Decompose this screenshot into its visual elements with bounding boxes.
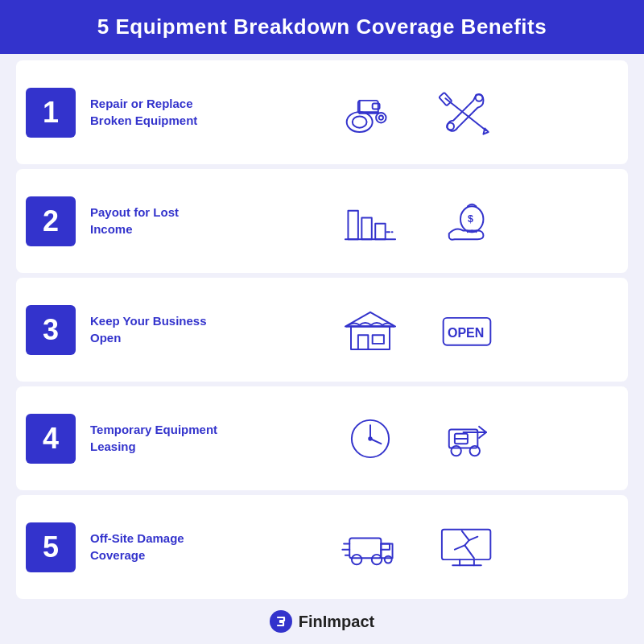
svg-point-41 <box>352 554 361 564</box>
brand-name: FinImpact <box>299 613 374 631</box>
benefit-text-1: Repair or Replace Broken Equipment <box>90 96 219 129</box>
header-title: 5 Equipment Breakdown Coverage Benefits <box>97 14 547 39</box>
svg-text:$: $ <box>468 213 473 224</box>
store-icon <box>334 299 407 360</box>
benefit-text-3: Keep Your Business Open <box>90 313 219 346</box>
number-2: 2 <box>26 196 76 246</box>
clock-icon <box>334 408 407 469</box>
number-3: 3 <box>26 305 76 355</box>
svg-line-51 <box>469 536 478 539</box>
svg-marker-12 <box>483 128 488 134</box>
benefit-row-4: 4 Temporary Equipment Leasing <box>16 386 628 490</box>
svg-line-52 <box>455 545 464 549</box>
open-sign-icon: OPEN <box>431 299 503 360</box>
svg-point-6 <box>376 113 386 122</box>
svg-point-42 <box>372 554 382 564</box>
icons-area-1 <box>219 82 618 142</box>
main-container: 5 Equipment Breakdown Coverage Benefits … <box>0 0 644 644</box>
wrench-screwdriver-icon <box>431 82 503 142</box>
leased-equipment-icon <box>431 408 503 469</box>
road-roller-icon <box>334 82 407 142</box>
svg-rect-24 <box>358 335 368 349</box>
benefit-text-4: Temporary Equipment Leasing <box>90 422 219 455</box>
benefits-list: 1 Repair or Replace Broken Equipment <box>0 54 644 602</box>
svg-rect-14 <box>348 210 357 239</box>
brand-logo <box>270 610 292 633</box>
svg-line-10 <box>445 98 486 130</box>
svg-rect-15 <box>361 217 371 239</box>
benefit-row-3: 3 Keep Your Business Open <box>16 278 628 382</box>
icons-area-2: $ <box>219 191 618 251</box>
svg-line-33 <box>370 439 381 444</box>
benefit-row-1: 1 Repair or Replace Broken Equipment <box>16 60 628 164</box>
number-4: 4 <box>26 414 76 464</box>
benefit-row-2: 2 Payout for Lost Income <box>16 169 628 273</box>
icons-area-3: OPEN <box>219 299 618 360</box>
number-1: 1 <box>26 88 76 138</box>
benefit-row-5: 5 Off-Site Damage Coverage <box>16 495 628 599</box>
delivery-truck-icon <box>334 517 407 577</box>
icons-area-4 <box>219 408 618 469</box>
page-header: 5 Equipment Breakdown Coverage Benefits <box>0 0 644 54</box>
money-bag-icon: $ <box>431 191 503 251</box>
bar-chart-icon <box>334 191 407 251</box>
svg-rect-25 <box>373 335 384 344</box>
svg-point-0 <box>347 112 373 132</box>
benefit-text-2: Payout for Lost Income <box>90 204 219 237</box>
benefit-text-5: Off-Site Damage Coverage <box>90 530 219 564</box>
broken-monitor-icon <box>431 517 503 577</box>
svg-point-43 <box>385 555 392 563</box>
icons-area-5 <box>219 517 618 577</box>
svg-point-7 <box>379 115 383 119</box>
number-5: 5 <box>26 522 76 572</box>
footer: FinImpact <box>0 602 644 644</box>
svg-rect-16 <box>375 223 385 239</box>
svg-text:OPEN: OPEN <box>448 325 484 339</box>
svg-point-1 <box>353 116 367 127</box>
